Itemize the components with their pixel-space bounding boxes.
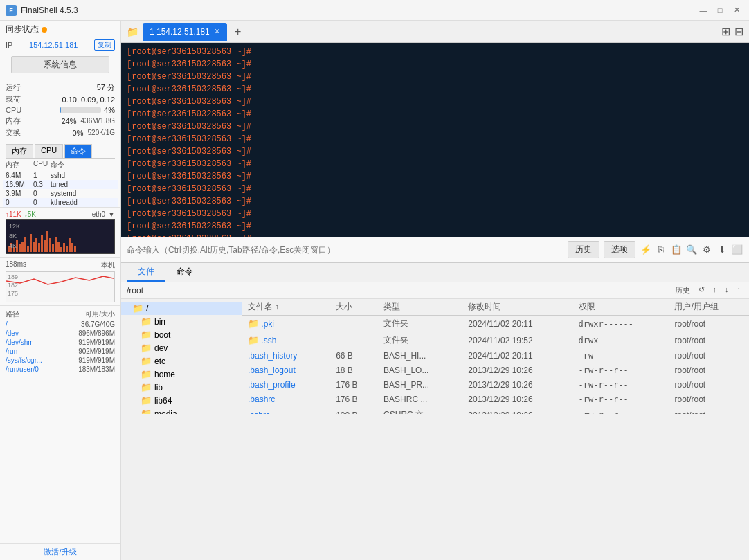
tree-item-dev[interactable]: 📁 dev — [121, 341, 242, 354]
download-icon[interactable]: ↓ — [722, 284, 732, 296]
file-name[interactable]: .bashrc — [248, 395, 275, 404]
file-perm: drwx------ — [573, 332, 669, 349]
app-title: FinalShell 4.5.3 — [21, 6, 78, 15]
proc-tab-cmd[interactable]: 命令 — [64, 144, 92, 158]
cmd-icons: ⚡ ⎘ 📋 🔍 ⚙ ⬇ ⬜ — [640, 244, 743, 256]
paste-icon[interactable]: 📋 — [670, 244, 683, 256]
cmd-input-bar: 历史 选项 ⚡ ⎘ 📋 🔍 ⚙ ⬇ ⬜ — [121, 237, 749, 262]
file-type: 文件夹 — [378, 316, 462, 332]
file-perm: -rw-r--r-- — [573, 392, 669, 407]
ping-val: 188ms — [6, 260, 26, 270]
options-button[interactable]: 选项 — [604, 241, 635, 258]
tree-item-media[interactable]: 📁 media — [121, 407, 242, 414]
net-dropdown[interactable]: ▼ — [108, 210, 115, 218]
upload-icon[interactable]: ↑ — [710, 284, 720, 296]
bottom-tab-files[interactable]: 文件 — [127, 263, 165, 282]
cmd-input[interactable] — [127, 245, 563, 255]
table-row: .bash_logout 18 B BASH_LO... 2013/12/29 … — [242, 363, 749, 378]
upgrade-button[interactable]: 激活/升级 — [0, 543, 120, 560]
cpu-row: CPU 4% — [6, 105, 115, 115]
col-filename[interactable]: 文件名 ↑ — [242, 299, 330, 316]
history-button[interactable]: 历史 — [568, 241, 599, 258]
layout-split-icon[interactable]: ⊟ — [734, 25, 743, 38]
proc-table: 内存 CPU 命令 6.4M 1 sshd 16.9M 0.3 tuned 3.… — [0, 159, 120, 207]
tree-item-home[interactable]: 📁 home — [121, 368, 242, 381]
maximize-button[interactable]: □ — [713, 4, 727, 17]
file-owner: root/root — [669, 349, 749, 363]
file-name[interactable]: .cshrc — [248, 410, 270, 415]
lightning-icon[interactable]: ⚡ — [640, 244, 652, 256]
col-perm[interactable]: 权限 — [573, 299, 669, 316]
titlebar-controls: — □ ✕ — [696, 4, 743, 17]
layout-grid-icon[interactable]: ⊞ — [721, 25, 730, 38]
tree-item-root[interactable]: 📁 / — [121, 302, 242, 315]
col-date[interactable]: 修改时间 — [462, 299, 572, 316]
tree-item-bin[interactable]: 📁 bin — [121, 315, 242, 328]
bottom-panel: 文件 命令 /root 历史 ↺ ↑ ↓ ↑ — [121, 262, 749, 414]
maximize-icon[interactable]: ⬜ — [731, 244, 743, 256]
ping-local: 本机 — [101, 260, 115, 270]
net-chart: 12K 8K 4K — [6, 219, 115, 254]
file-name[interactable]: .pki — [261, 319, 274, 329]
mem-val: 436M/1.8G — [81, 117, 115, 125]
tree-item-boot[interactable]: 📁 boot — [121, 328, 242, 341]
tree-item-etc[interactable]: 📁 etc — [121, 354, 242, 368]
col-size[interactable]: 大小 — [330, 299, 378, 316]
tab-close-button[interactable]: ✕ — [214, 27, 220, 36]
search-icon[interactable]: 🔍 — [685, 244, 698, 256]
settings-icon[interactable]: ⚙ — [701, 244, 713, 256]
file-name[interactable]: .bash_logout — [248, 365, 296, 375]
terminal[interactable]: [root@ser336150328563 ~]# [root@ser33615… — [121, 43, 749, 237]
col-owner[interactable]: 用户/用户组 — [669, 299, 749, 316]
folder-icon[interactable]: 📁 — [127, 26, 138, 37]
col-type[interactable]: 类型 — [378, 299, 462, 316]
tab-icons-right: ⊞ ⊟ — [721, 25, 743, 38]
disk-row: /run 902M/919M — [6, 347, 115, 356]
folder-icon: 📁 — [141, 329, 152, 340]
tree-item-lib[interactable]: 📁 lib — [121, 381, 242, 394]
mem-row: 内存 24% 436M/1.8G — [6, 115, 115, 127]
copy-icon[interactable]: ⎘ — [655, 244, 667, 256]
copy-ip-button[interactable]: 复制 — [94, 39, 115, 51]
sync-status: 同步状态 — [0, 21, 120, 38]
file-path: /root — [127, 286, 668, 296]
disk-row: /dev/shm 919M/919M — [6, 338, 115, 347]
term-line: [root@ser336150328563 ~]# — [127, 183, 743, 195]
file-table: 文件名 ↑ 大小 类型 修改时间 权限 用户/用户组 � — [242, 299, 749, 414]
swap-pct: 0% — [73, 129, 84, 137]
more-icon[interactable]: ↑ — [734, 284, 744, 296]
proc-tab-mem[interactable]: 内存 — [6, 144, 33, 158]
tab-label: 1 154.12.51.181 — [150, 27, 210, 37]
proc-table-header: 内存 CPU 命令 — [3, 159, 118, 171]
refresh-icon[interactable]: ↺ — [696, 284, 707, 296]
file-history-btn[interactable]: 历史 — [672, 284, 693, 296]
file-name[interactable]: .ssh — [261, 336, 276, 345]
tree-label: dev — [154, 343, 168, 353]
minimize-button[interactable]: — — [696, 4, 710, 17]
file-content: 📁 / 📁 bin 📁 boot 📁 d — [121, 299, 749, 414]
tab-item-1[interactable]: 1 154.12.51.181 ✕ — [143, 23, 227, 41]
load-row: 载荷 0.10, 0.09, 0.12 — [6, 93, 115, 105]
file-name[interactable]: .bash_profile — [248, 380, 296, 390]
tree-label: bin — [154, 317, 165, 327]
file-owner: root/root — [669, 407, 749, 415]
proc-tab-cpu[interactable]: CPU — [35, 144, 63, 158]
term-line: [root@ser336150328563 ~]# — [127, 58, 743, 71]
bottom-tab-cmd[interactable]: 命令 — [165, 263, 204, 282]
main-container: 同步状态 IP 154.12.51.181 复制 系统信息 运行 57 分 载荷… — [0, 21, 749, 560]
sys-info-button[interactable]: 系统信息 — [11, 56, 109, 73]
sys-info-wrapper: 系统信息 — [0, 53, 120, 79]
download-icon[interactable]: ⬇ — [716, 244, 728, 256]
tree-item-lib64[interactable]: 📁 lib64 — [121, 394, 242, 407]
net-up: ↑11K — [6, 210, 21, 218]
term-line: [root@ser336150328563 ~]# — [127, 208, 743, 220]
file-size: 66 B — [330, 349, 378, 363]
col-cpu: CPU — [33, 160, 51, 170]
file-name[interactable]: .bash_history — [248, 351, 297, 361]
sidebar: 同步状态 IP 154.12.51.181 复制 系统信息 运行 57 分 载荷… — [0, 21, 121, 560]
close-button[interactable]: ✕ — [730, 4, 743, 17]
file-table-body: 📁 .pki 文件夹 2024/11/02 20:11 drwxr------ … — [242, 316, 749, 415]
tab-add-button[interactable]: + — [231, 25, 245, 39]
folder-icon: 📁 — [141, 316, 152, 327]
term-line: [root@ser336150328563 ~]# — [127, 233, 743, 237]
